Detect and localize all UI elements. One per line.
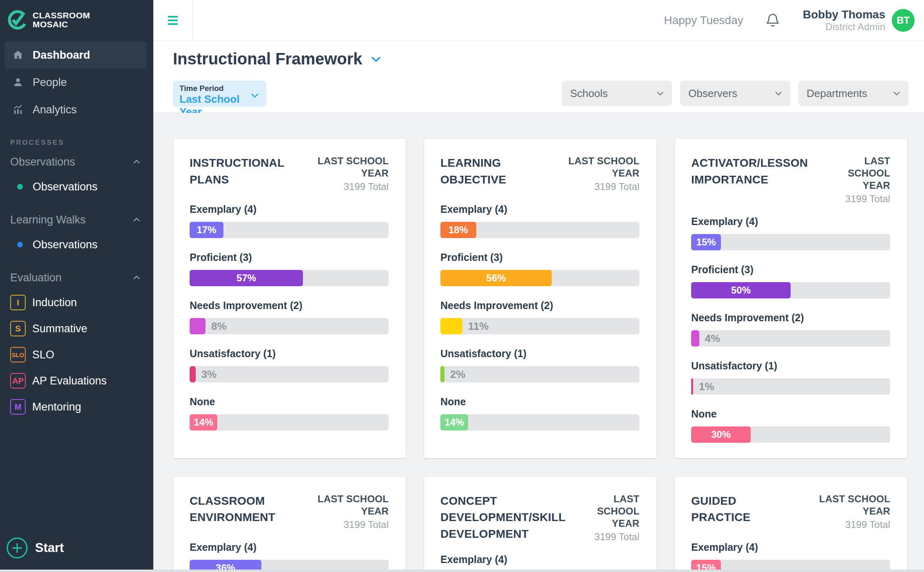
sidebar-group-evaluation: EvaluationIInductionSSummativeSLOSLOAPAP… — [0, 266, 153, 420]
metric-card-learning-objective: LEARNING OBJECTIVELAST SCHOOL YEAR3199 T… — [424, 139, 657, 458]
chevron-up-icon — [132, 157, 141, 166]
greeting-text: Happy Tuesday — [664, 14, 743, 27]
card-header: ACTIVATOR/LESSON IMPORTANCELAST SCHOOL Y… — [691, 155, 890, 205]
card-meta: LAST SCHOOL YEAR3199 Total — [301, 155, 389, 193]
card-header: CLASSROOM ENVIRONMENTLAST SCHOOL YEAR319… — [190, 493, 389, 531]
card-meta: LAST SCHOOL YEAR3199 Total — [549, 155, 640, 193]
sidebar-item-label: Observations — [33, 181, 97, 193]
bar-row-exemplary-4: Exemplary (4)36% — [190, 541, 389, 572]
analytics-icon — [12, 104, 24, 115]
sidebar-item-label: SLO — [32, 349, 54, 361]
bar-row-unsatisfactory-1: Unsatisfactory (1)3% — [190, 348, 389, 382]
user-info: Bobby Thomas District Admin — [803, 8, 885, 33]
departments-filter-dropdown[interactable]: Departments — [798, 81, 909, 106]
card-title: CONCEPT DEVELOPMENT/SKILL DEVELOPMENT — [440, 493, 582, 543]
bar-track: 14% — [190, 414, 389, 431]
hamburger-menu-button[interactable] — [153, 0, 193, 41]
sidebar-group-label: Learning Walks — [10, 214, 86, 226]
sidebar-group-header-observations[interactable]: Observations — [0, 150, 153, 174]
bar-track: 56% — [440, 270, 639, 286]
sidebar-item-label: Induction — [32, 296, 77, 309]
card-meta: LAST SCHOOL YEAR3199 Total — [309, 493, 389, 531]
start-button[interactable]: Start — [6, 537, 64, 559]
observers-filter-dropdown[interactable]: Observers — [680, 81, 790, 106]
sidebar-item-evaluation-ap-evaluations[interactable]: APAP Evaluations — [0, 368, 153, 394]
card-period: LAST SCHOOL YEAR — [588, 493, 639, 530]
bar-label: Proficient (3) — [440, 252, 639, 263]
sidebar-item-dashboard[interactable]: Dashboard — [4, 42, 147, 68]
sidebar-group-header-learning-walks[interactable]: Learning Walks — [0, 208, 153, 232]
bar-row-none: None14% — [440, 396, 639, 431]
notifications-bell-icon[interactable] — [765, 12, 781, 29]
bar-track: 11% — [440, 318, 639, 334]
chevron-down-icon — [250, 91, 260, 100]
status-dot-icon — [17, 242, 23, 247]
bar-label: Needs Improvement (2) — [691, 312, 890, 324]
bar-percent: 4% — [705, 332, 721, 345]
card-meta: LAST SCHOOL YEAR3199 Total — [819, 155, 890, 205]
brand[interactable]: CLASSROOM MOSAIC — [0, 0, 153, 30]
status-dot-icon — [17, 184, 23, 190]
page-header-band: Instructional Framework Time Period Last… — [153, 41, 924, 113]
chevron-up-icon — [132, 215, 141, 224]
bar-row-exemplary-4: Exemplary (4)17% — [190, 203, 389, 238]
chevron-down-icon — [370, 53, 382, 65]
bar-row-exemplary-4: Exemplary (4)15% — [691, 541, 890, 572]
badge-icon-ap: AP — [10, 373, 26, 389]
bar-label: None — [440, 396, 639, 408]
bar-percent: 2% — [450, 368, 466, 380]
start-label: Start — [35, 541, 64, 555]
schools-filter-dropdown[interactable]: Schools — [562, 81, 672, 106]
brand-name: CLASSROOM MOSAIC — [33, 11, 90, 29]
sidebar-item-analytics[interactable]: Analytics — [4, 96, 147, 123]
sidebar-item-people[interactable]: People — [4, 69, 147, 96]
time-period-dropdown[interactable]: Time Period Last School Year — [173, 81, 266, 107]
bar-label: Unsatisfactory (1) — [440, 348, 639, 360]
bar-label: Needs Improvement (2) — [190, 300, 389, 311]
sidebar-item-evaluation-mentoring[interactable]: MMentoring — [0, 394, 153, 420]
bar-percent: 11% — [468, 320, 489, 332]
dashboard-content: INSTRUCTIONAL PLANSLAST SCHOOL YEAR3199 … — [153, 113, 924, 572]
sidebar-group-label: Observations — [10, 156, 75, 168]
sidebar-group-learning-walks: Learning WalksObservations — [0, 208, 153, 258]
top-bar-right: Happy Tuesday Bobby Thomas District Admi… — [664, 0, 915, 41]
metric-card-instructional-plans: INSTRUCTIONAL PLANSLAST SCHOOL YEAR3199 … — [173, 139, 406, 458]
bar-fill: 14% — [190, 414, 217, 431]
user-role: District Admin — [803, 21, 885, 33]
page-title-dropdown[interactable]: Instructional Framework — [173, 50, 382, 68]
sidebar-item-label: People — [33, 76, 67, 89]
bar-row-proficient-3: Proficient (3)56% — [440, 252, 639, 286]
bar-row-none: None14% — [190, 396, 389, 431]
bar-fill — [190, 318, 206, 334]
bar-fill: 50% — [691, 282, 791, 298]
badge-icon-s: S — [10, 321, 26, 336]
bar-fill — [691, 330, 699, 347]
bar-fill — [691, 378, 693, 395]
bar-percent: 1% — [699, 380, 714, 393]
sidebar-item-observations-observations[interactable]: Observations — [0, 174, 153, 200]
sidebar-item-evaluation-induction[interactable]: IInduction — [0, 289, 153, 316]
bar-row-needs-improvement-2: Needs Improvement (2)8% — [190, 300, 389, 334]
time-period-label: Time Period — [179, 84, 260, 93]
avatar[interactable]: BT — [892, 9, 915, 32]
plus-circle-icon — [6, 537, 28, 559]
bar-fill: 18% — [440, 222, 476, 238]
bar-fill: 30% — [691, 426, 751, 443]
card-period: LAST SCHOOL YEAR — [825, 155, 890, 192]
bar-fill: 56% — [440, 270, 552, 286]
card-title: LEARNING OBJECTIVE — [440, 155, 549, 193]
bar-label: Exemplary (4) — [691, 541, 890, 553]
bar-fill — [440, 366, 444, 382]
sidebar-item-evaluation-slo[interactable]: SLOSLO — [0, 342, 153, 368]
badge-icon-m: M — [10, 399, 26, 415]
sidebar-item-learning-walks-observations[interactable]: Observations — [0, 232, 153, 258]
bar-label: None — [190, 396, 389, 408]
sidebar-item-evaluation-summative[interactable]: SSummative — [0, 316, 153, 342]
sidebar-group-header-evaluation[interactable]: Evaluation — [0, 266, 153, 289]
bar-row-exemplary-4: Exemplary (4)15% — [691, 216, 890, 250]
bar-label: Needs Improvement (2) — [440, 300, 639, 311]
metric-card-concept-development-skill-development: CONCEPT DEVELOPMENT/SKILL DEVELOPMENTLAS… — [424, 477, 657, 572]
badge-icon-i: I — [10, 295, 26, 310]
classroom-mosaic-logo-icon — [7, 10, 28, 30]
card-period: LAST SCHOOL YEAR — [315, 493, 389, 517]
